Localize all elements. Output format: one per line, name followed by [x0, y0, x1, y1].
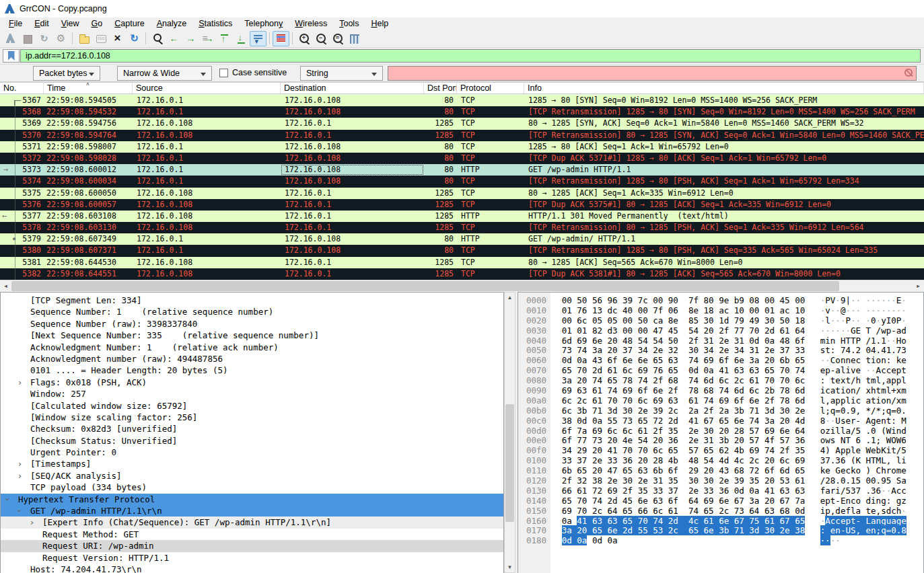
hex-byte[interactable]: 2a	[719, 406, 729, 416]
hex-byte[interactable]: 65	[638, 416, 648, 426]
ascii-char[interactable]: O	[891, 435, 896, 445]
cell-destination[interactable]: 172.16.0.108	[281, 164, 424, 176]
ascii-char[interactable]: |	[845, 295, 851, 305]
ascii-char[interactable]: ·	[835, 295, 841, 305]
hex-byte[interactable]: 78	[780, 385, 790, 395]
display-filter-input[interactable]	[20, 49, 921, 63]
hex-byte[interactable]: 00	[623, 326, 633, 336]
ascii-char[interactable]: c	[845, 465, 851, 475]
hex-byte[interactable]: 69	[704, 355, 714, 365]
ascii-char[interactable]: 5	[855, 475, 861, 486]
ascii-char[interactable]: )	[825, 445, 830, 455]
cell-destination[interactable]: 172.16.0.1	[281, 199, 424, 211]
ascii-char[interactable]: 2	[855, 345, 861, 355]
hex-byte[interactable]: 4d	[719, 455, 729, 465]
ascii-char[interactable]: 0	[866, 475, 872, 486]
ascii-char[interactable]: 5	[855, 426, 861, 436]
hex-byte[interactable]: 67	[734, 516, 744, 526]
hex-byte[interactable]: 69	[607, 486, 617, 496]
hex-byte[interactable]: 55	[638, 525, 648, 535]
hex-byte[interactable]: 66	[562, 486, 572, 496]
hex-byte[interactable]: 57	[780, 435, 790, 445]
hex-byte[interactable]: 78	[688, 385, 699, 395]
hex-byte[interactable]: 65	[795, 516, 805, 526]
cell-source[interactable]: 172.16.0.108	[133, 257, 281, 268]
zoom-reset-button[interactable]	[329, 31, 346, 46]
hex-byte[interactable]: 67	[704, 416, 714, 426]
expand-icon[interactable]: ›	[18, 470, 22, 482]
go-to-packet-button[interactable]	[199, 31, 216, 46]
ascii-char[interactable]: ,	[855, 525, 861, 535]
ascii-char[interactable]: P	[845, 315, 851, 326]
ascii-char[interactable]: i	[835, 486, 841, 496]
hex-byte[interactable]: 49	[749, 315, 759, 326]
hex-byte[interactable]: 2f	[719, 326, 729, 336]
cell-info[interactable]: [TCP Retransmission] 1285 → 80 [PSH, ACK…	[524, 245, 924, 256]
hex-byte[interactable]: 0d	[577, 416, 587, 426]
hex-byte[interactable]: 36	[668, 435, 678, 445]
ascii-char[interactable]: e	[901, 355, 907, 365]
hex-byte[interactable]: 69	[623, 385, 633, 395]
hex-row[interactable]: 0160 0a 41 63 63 65 70 74 2d 4c 61 6e 67…	[526, 517, 923, 527]
hex-byte[interactable]: 8e	[668, 315, 678, 326]
cell-dst-port[interactable]: 1285	[424, 118, 457, 129]
hex-byte[interactable]: 41	[719, 365, 729, 375]
cell-destination[interactable]: 172.16.0.108	[281, 106, 424, 118]
hex-byte[interactable]: 7f	[653, 305, 663, 315]
ascii-char[interactable]: ;	[881, 406, 886, 416]
cell-destination[interactable]: 172.16.0.108	[281, 233, 424, 245]
hex-byte[interactable]: 70	[623, 395, 633, 406]
go-top-button[interactable]	[216, 31, 233, 46]
go-forward-button[interactable]	[182, 31, 199, 46]
ascii-char[interactable]: a	[825, 486, 830, 496]
cell-dst-port[interactable]: 80	[424, 95, 457, 106]
hex-byte[interactable]: 61	[668, 506, 678, 516]
hex-row[interactable]: 00c0 38 0d 0a 55 73 65 72 2d 41 67 65 6e…	[526, 416, 923, 426]
hex-byte[interactable]: 47	[653, 326, 663, 336]
hex-byte[interactable]: 70	[638, 516, 648, 526]
hex-byte[interactable]: 20	[592, 465, 602, 475]
hex-byte[interactable]: 63	[795, 486, 805, 496]
ascii-char[interactable]: 8	[901, 525, 907, 535]
hex-byte[interactable]: 37	[577, 455, 587, 465]
go-back-button[interactable]	[166, 31, 182, 46]
cell-destination[interactable]: 172.16.0.108	[281, 153, 424, 164]
cell-time[interactable]: 22:59:08.598028	[44, 153, 133, 164]
cell-destination[interactable]: 172.16.0.108	[281, 176, 424, 187]
ascii-char[interactable]: M	[901, 416, 907, 426]
ascii-char[interactable]: q	[881, 525, 886, 535]
cell-source[interactable]: 172.16.0.1	[133, 176, 281, 187]
hex-byte[interactable]: 0a	[592, 416, 602, 426]
hex-byte[interactable]: 0a	[704, 365, 714, 375]
hex-byte[interactable]: 69	[719, 395, 729, 406]
ascii-char[interactable]: n	[881, 355, 886, 365]
ascii-char[interactable]: a	[835, 365, 841, 375]
hex-byte[interactable]: 7f	[688, 295, 699, 305]
packet-row[interactable]: 536822:59:08.594532172.16.0.1172.16.0.10…	[0, 106, 924, 118]
cell-dst-port[interactable]: 1285	[424, 130, 457, 141]
cell-info[interactable]: GET /wp-admin HTTP/1.1	[524, 164, 924, 176]
menu-view[interactable]: View	[55, 18, 85, 29]
case-sensitive-checkbox[interactable]	[219, 69, 228, 77]
ascii-char[interactable]: d	[866, 496, 872, 506]
ascii-char[interactable]: 7	[825, 455, 830, 465]
ascii-char[interactable]: a	[871, 516, 876, 526]
hex-byte[interactable]: 54	[638, 336, 648, 346]
packet-row[interactable]: 538222:59:08.644551172.16.0.108172.16.0.…	[0, 268, 924, 280]
hex-byte[interactable]: 00	[765, 295, 775, 305]
ascii-char[interactable]: l	[876, 375, 882, 385]
hex-byte[interactable]: 74	[719, 385, 729, 395]
hex-byte[interactable]: 18	[704, 305, 714, 315]
ascii-char[interactable]: t	[876, 385, 882, 395]
hex-byte[interactable]: 69	[562, 385, 572, 395]
cell-dst-port[interactable]: 1285	[424, 188, 457, 199]
hex-byte[interactable]: 0a	[765, 336, 775, 346]
hex-byte[interactable]: 76	[577, 305, 587, 315]
cell-info[interactable]: [TCP Retransmission] 80 → 1285 [SYN, ACK…	[524, 130, 924, 141]
hex-byte[interactable]: 6f	[668, 465, 678, 475]
ascii-char[interactable]: ·	[881, 305, 886, 315]
ascii-char[interactable]: ·	[866, 315, 872, 326]
ascii-char[interactable]: ;	[876, 435, 882, 445]
ascii-char[interactable]: m	[901, 385, 907, 395]
hex-byte[interactable]: 0d	[749, 336, 759, 346]
